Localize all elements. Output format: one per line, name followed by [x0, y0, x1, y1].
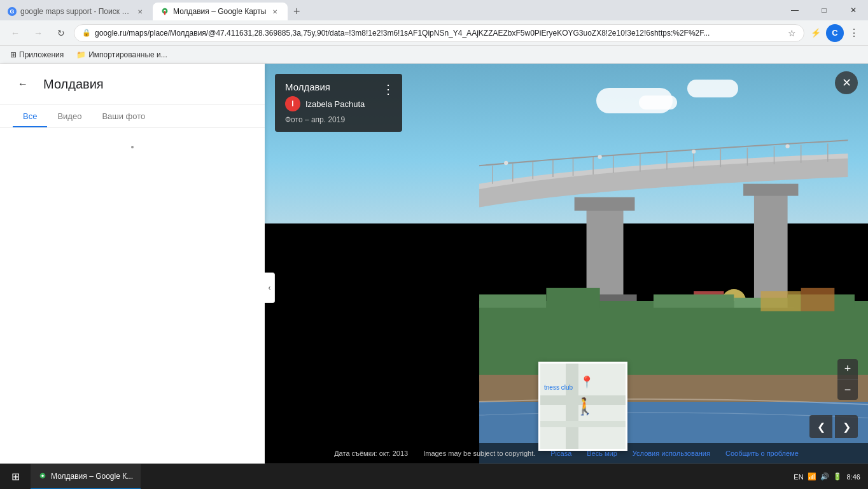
tab-2[interactable]: Молдавия – Google Карты ✕	[153, 3, 288, 20]
photo-report-link[interactable]: Сообщить о проблеме	[725, 450, 799, 457]
tab-2-label: Молдавия – Google Карты	[173, 7, 266, 16]
tab-1-label: google maps support - Поиск в Goo...	[20, 7, 131, 16]
url-text: google.ru/maps/place/Молдавия/@47.411631…	[95, 29, 784, 38]
start-icon: ⊞	[11, 471, 20, 483]
svg-rect-34	[654, 294, 734, 308]
nav-next-button[interactable]: ❯	[835, 415, 858, 438]
photo-place-name: Молдавия	[285, 82, 392, 92]
folder-icon: 📁	[76, 50, 86, 59]
tab-1-favicon: G	[8, 7, 17, 16]
extensions-button[interactable]: ⚡	[807, 24, 825, 42]
maximize-button[interactable]: □	[809, 0, 839, 20]
avatar-initial: I	[291, 99, 293, 108]
browser-window: G google maps support - Поиск в Goo... ✕…	[0, 0, 868, 464]
photo-user-avatar: I	[285, 96, 300, 111]
photo-user-row: I Izabela Pachuta	[285, 96, 392, 111]
forward-button[interactable]: →	[28, 23, 48, 43]
tab-video[interactable]: Видео	[47, 105, 92, 127]
svg-point-18	[504, 161, 508, 165]
lock-icon: 🔒	[82, 29, 91, 37]
photo-copyright: Images may be subject to copyright.	[423, 450, 535, 457]
svg-rect-38	[801, 288, 835, 311]
zoom-in-button[interactable]: +	[837, 359, 858, 379]
svg-point-21	[785, 145, 789, 148]
address-input[interactable]: 🔒 google.ru/maps/place/Молдавия/@47.4116…	[74, 24, 804, 42]
svg-rect-25	[743, 184, 798, 196]
bookmark-apps-label: Приложения	[19, 50, 64, 59]
svg-rect-32	[479, 294, 546, 308]
back-button[interactable]: ←	[5, 23, 25, 43]
taskbar-network-icon: 📶	[808, 472, 816, 481]
zoom-controls: + −	[837, 359, 858, 400]
photo-username: Izabela Pachuta	[305, 99, 365, 109]
minimap-figure: 🚶	[575, 397, 595, 416]
panel-header: ← Молдавия	[0, 64, 265, 105]
panel-dot	[131, 146, 134, 148]
taskbar-item-label: Молдавия – Google К...	[51, 472, 133, 481]
bookmark-apps[interactable]: ⊞ Приложения	[5, 49, 69, 60]
tab-your-photos[interactable]: Ваши фото	[92, 105, 155, 127]
photo-menu-button[interactable]: ⋮	[382, 82, 395, 97]
left-panel: ← Молдавия Все Видео Ваши фото ‹	[0, 64, 265, 464]
taskbar-tray: EN 📶 🔊 🔋	[794, 472, 841, 481]
panel-tabs: Все Видео Ваши фото	[0, 105, 265, 128]
nav-prev-button[interactable]: ❮	[809, 415, 832, 438]
tab-1-close[interactable]: ✕	[135, 6, 145, 17]
taskbar-time: 8:46	[847, 473, 860, 481]
svg-point-20	[692, 150, 696, 153]
taskbar: ⊞ Молдавия – Google К... EN 📶 🔊 🔋 8:46	[0, 464, 868, 489]
apps-icon: ⊞	[10, 50, 17, 59]
panel-back-button[interactable]: ←	[13, 74, 33, 94]
tab-strip: G google maps support - Поиск в Goo... ✕…	[0, 0, 780, 20]
panel-title: Молдавия	[43, 77, 104, 92]
start-button[interactable]: ⊞	[0, 464, 31, 490]
panel-content	[0, 128, 265, 464]
minimap-location-label: tness club	[544, 384, 573, 391]
address-actions: ⚡ C ⋮	[807, 24, 863, 42]
minimap-pin: 📍	[580, 375, 594, 389]
minimap[interactable]: tness club 📍 🚶	[538, 362, 627, 451]
taskbar-google-maps-item[interactable]: Молдавия – Google К...	[31, 464, 141, 490]
photo-info-overlay: Молдавия I Izabela Pachuta Фото – апр. 2…	[275, 74, 402, 132]
title-bar: G google maps support - Поиск в Goo... ✕…	[0, 0, 868, 20]
taskbar-battery-icon: 🔋	[833, 472, 842, 481]
svg-rect-33	[546, 288, 599, 308]
taskbar-lang: EN	[794, 473, 803, 481]
panel-collapse-button[interactable]: ‹	[265, 273, 275, 303]
bookmark-imported-label: Импортированные и...	[88, 50, 167, 59]
content-area: ← Молдавия Все Видео Ваши фото ‹	[0, 64, 868, 464]
tab-2-favicon	[160, 7, 169, 16]
taskbar-right: EN 📶 🔊 🔋 8:46	[794, 472, 868, 481]
taskbar-speaker-icon: 🔊	[820, 472, 829, 481]
window-controls: — □ ✕	[780, 0, 868, 20]
browser-menu-button[interactable]: ⋮	[845, 24, 863, 42]
tab-1[interactable]: G google maps support - Поиск в Goo... ✕	[0, 3, 153, 20]
address-bar: ← → ↻ 🔒 google.ru/maps/place/Молдавия/@4…	[0, 20, 868, 46]
photo-terms-link[interactable]: Условия использования	[633, 450, 710, 457]
bookmark-star-icon[interactable]: ☆	[788, 28, 796, 38]
collapse-icon: ‹	[269, 283, 271, 292]
photo-date-taken: Дата съёмки: окт. 2013	[334, 450, 408, 457]
svg-point-19	[598, 155, 602, 159]
tab-2-close[interactable]: ✕	[270, 6, 280, 17]
refresh-button[interactable]: ↻	[51, 23, 71, 43]
svg-rect-23	[575, 197, 635, 211]
close-icon: ✕	[842, 76, 851, 90]
svg-rect-37	[760, 291, 801, 311]
zoom-out-button[interactable]: −	[837, 379, 858, 400]
svg-rect-31	[479, 301, 868, 381]
close-button[interactable]: ✕	[839, 0, 868, 20]
taskbar-maps-icon	[38, 472, 47, 481]
minimize-button[interactable]: —	[780, 0, 809, 20]
photo-viewer: Молдавия I Izabela Pachuta Фото – апр. 2…	[265, 64, 868, 464]
photo-content: Молдавия I Izabela Pachuta Фото – апр. 2…	[265, 64, 868, 464]
tab-all[interactable]: Все	[13, 105, 47, 127]
photo-date: Фото – апр. 2019	[285, 115, 392, 124]
photo-close-button[interactable]: ✕	[835, 71, 858, 94]
streetview-nav-arrows: ❮ ❯	[809, 415, 858, 438]
user-avatar-button[interactable]: C	[826, 24, 844, 42]
minimap-inner: tness club 📍 🚶	[540, 364, 626, 449]
new-tab-button[interactable]: +	[288, 3, 305, 20]
bookmark-imported[interactable]: 📁 Импортированные и...	[71, 49, 172, 60]
time-display: 8:46	[847, 473, 860, 481]
